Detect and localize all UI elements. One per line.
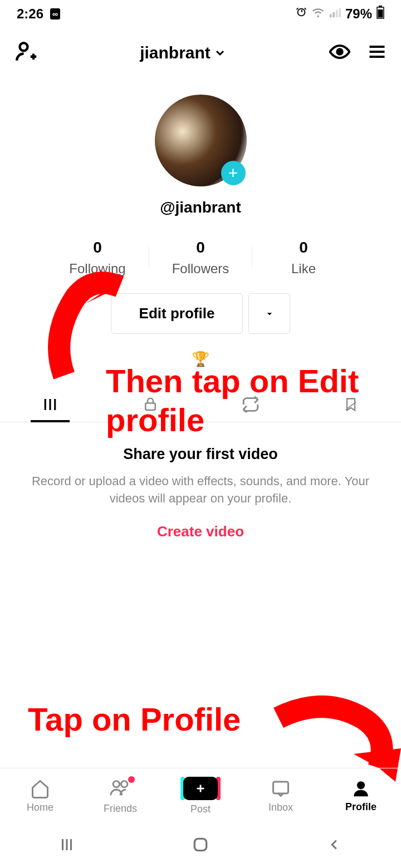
bottom-nav: Home Friends Post Inbox Profile — [0, 768, 401, 823]
username-selector[interactable]: jianbrant — [140, 43, 227, 62]
like-label: Like — [252, 261, 355, 277]
svg-point-10 — [113, 781, 119, 787]
system-back-button[interactable] — [326, 836, 343, 855]
system-nav — [0, 823, 401, 868]
nav-inbox[interactable]: Inbox — [241, 768, 321, 823]
create-video-button[interactable]: Create video — [28, 523, 373, 540]
empty-state: Share your first video Record or upload … — [0, 446, 401, 540]
nav-post-label: Post — [190, 803, 211, 815]
chevron-down-icon — [213, 46, 227, 60]
grid-icon — [42, 396, 58, 413]
svg-rect-9 — [145, 403, 155, 411]
bookmark-icon — [343, 397, 359, 412]
inbox-icon — [271, 778, 291, 798]
lock-tab-icon — [142, 396, 159, 413]
svg-rect-0 — [330, 14, 332, 17]
battery-percent: 79% — [345, 6, 372, 22]
followers-stat[interactable]: 0 Followers — [149, 239, 252, 277]
annotation-profile: Tap on Profile — [28, 700, 241, 739]
nav-profile[interactable]: Profile — [321, 768, 401, 823]
tab-private[interactable] — [100, 387, 200, 422]
followers-label: Followers — [149, 261, 252, 277]
nav-home-label: Home — [27, 802, 53, 813]
svg-rect-3 — [339, 8, 341, 18]
svg-point-7 — [20, 43, 28, 51]
avatar-add-icon[interactable]: + — [221, 161, 246, 185]
post-button-icon — [183, 777, 218, 800]
stats-row: 0 Following 0 Followers 0 Like — [0, 239, 401, 277]
add-friends-button[interactable] — [14, 40, 37, 66]
following-count: 0 — [46, 239, 149, 257]
content-tabs — [0, 387, 401, 422]
svg-point-11 — [121, 781, 127, 787]
battery-icon — [376, 6, 384, 22]
status-time: 2:26 — [17, 6, 43, 22]
empty-title: Share your first video — [28, 446, 373, 463]
wifi-icon — [312, 6, 324, 22]
empty-description: Record or upload a video with effects, s… — [28, 473, 373, 507]
svg-point-13 — [357, 781, 365, 789]
tab-posts[interactable] — [0, 387, 100, 422]
status-bar: 2:26 ∞ 79% — [0, 0, 401, 28]
system-recent-button[interactable] — [58, 836, 75, 855]
nav-inbox-label: Inbox — [268, 802, 293, 813]
svg-rect-12 — [273, 782, 288, 793]
svg-rect-2 — [336, 10, 338, 17]
signal-icon — [329, 6, 341, 22]
nav-friends[interactable]: Friends — [80, 768, 160, 823]
bio-trophy: 🏆 — [0, 351, 401, 368]
followers-count: 0 — [149, 239, 252, 257]
profile-handle: @jianbrant — [160, 199, 241, 216]
friends-notification-dot — [128, 776, 135, 783]
like-count: 0 — [252, 239, 355, 257]
tab-reposts[interactable] — [200, 387, 301, 422]
like-stat[interactable]: 0 Like — [252, 239, 355, 277]
repost-icon — [241, 395, 260, 414]
avatar-button[interactable]: + — [155, 95, 247, 186]
nav-profile-label: Profile — [345, 801, 376, 813]
system-home-button[interactable] — [192, 836, 209, 856]
top-bar: jianbrant — [0, 28, 401, 78]
edit-profile-button[interactable]: Edit profile — [111, 293, 243, 334]
caret-down-icon — [264, 308, 275, 319]
following-label: Following — [46, 261, 149, 277]
profile-icon — [351, 779, 370, 798]
header-username: jianbrant — [140, 43, 211, 62]
nav-post[interactable]: Post — [160, 768, 241, 823]
nav-friends-label: Friends — [104, 803, 137, 815]
avatar-section: + @jianbrant — [0, 95, 401, 216]
svg-point-8 — [337, 49, 343, 55]
profile-actions: Edit profile — [0, 293, 401, 334]
tab-saved[interactable] — [301, 387, 401, 422]
svg-rect-14 — [194, 839, 206, 850]
following-stat[interactable]: 0 Following — [46, 239, 149, 277]
profile-more-button[interactable] — [248, 293, 290, 334]
home-icon — [30, 778, 50, 798]
voicemail-icon: ∞ — [50, 8, 60, 19]
viewer-button[interactable] — [329, 41, 350, 65]
svg-rect-1 — [332, 12, 335, 17]
nav-home[interactable]: Home — [0, 768, 80, 823]
alarm-icon — [295, 6, 307, 22]
menu-button[interactable] — [367, 42, 387, 64]
svg-rect-6 — [378, 9, 383, 18]
